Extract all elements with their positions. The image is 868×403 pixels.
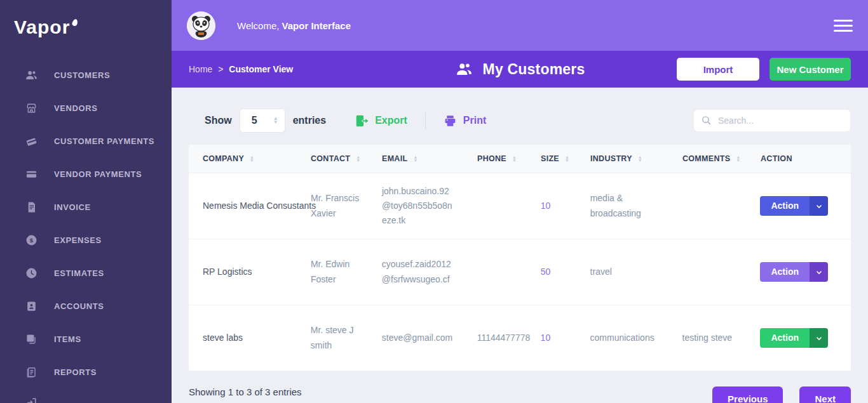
action-split-button[interactable]: Action bbox=[760, 328, 828, 348]
cell-email: steve@gmail.com bbox=[382, 331, 477, 345]
customer-payments-icon bbox=[25, 135, 37, 147]
vendor-payments-icon bbox=[25, 168, 37, 180]
topbar: Welcome, Vapor Interface bbox=[172, 0, 868, 51]
sort-icon: ▲▼ bbox=[250, 155, 254, 162]
action-button-label[interactable]: Action bbox=[760, 328, 810, 348]
action-button-label[interactable]: Action bbox=[760, 262, 810, 282]
sidebar-item-label: VENDORS bbox=[54, 103, 98, 113]
cell-action: Action bbox=[760, 196, 837, 216]
vendors-icon bbox=[25, 102, 37, 114]
previous-page-button[interactable]: Previous bbox=[712, 386, 783, 403]
column-header-contact[interactable]: CONTACT▲▼ bbox=[311, 154, 382, 163]
print-label: Print bbox=[463, 115, 486, 126]
column-header-email[interactable]: EMAIL▲▼ bbox=[382, 154, 477, 163]
print-button[interactable]: Print bbox=[444, 114, 486, 128]
entries-label: entries bbox=[293, 115, 326, 126]
export-icon bbox=[355, 114, 369, 128]
table-row: steve labs Mr. steve J smith steve@gmail… bbox=[189, 305, 851, 371]
hamburger-menu-icon[interactable] bbox=[834, 17, 853, 35]
cell-size-link[interactable]: 50 bbox=[541, 265, 590, 279]
search-icon bbox=[701, 115, 712, 126]
cell-industry: communications bbox=[590, 331, 682, 345]
print-icon bbox=[444, 114, 457, 128]
sidebar-item-accounts[interactable]: ACCOUNTS bbox=[0, 289, 172, 322]
table-header-row: COMPANY▲▼ CONTACT▲▼ EMAIL▲▼ PHONE▲▼ SIZE… bbox=[189, 144, 851, 173]
search-input[interactable] bbox=[693, 109, 851, 132]
sidebar-item-label: REPORTS bbox=[54, 367, 97, 377]
action-split-button[interactable]: Action bbox=[760, 196, 828, 216]
new-customer-button[interactable]: New Customer bbox=[770, 58, 851, 81]
user-avatar bbox=[187, 11, 215, 40]
customers-group-icon bbox=[455, 61, 474, 77]
export-label: Export bbox=[375, 115, 407, 126]
brand-logo: Vapor bbox=[0, 0, 172, 47]
column-header-company[interactable]: COMPANY▲▼ bbox=[203, 154, 311, 163]
cell-company: steve labs bbox=[203, 331, 311, 345]
sidebar-item-estimates[interactable]: ESTIMATES bbox=[0, 256, 172, 289]
sidebar-item-items[interactable]: ITEMS bbox=[0, 322, 172, 355]
sort-icon: ▲▼ bbox=[512, 155, 517, 162]
sidebar-item-vendor-payments[interactable]: VENDOR PAYMENTS bbox=[0, 157, 172, 190]
action-dropdown-toggle[interactable] bbox=[810, 262, 828, 282]
cell-size-link[interactable]: 10 bbox=[541, 331, 590, 345]
breadcrumb-separator: > bbox=[218, 64, 223, 74]
invoice-icon bbox=[25, 201, 37, 213]
sidebar-item-label: VENDOR PAYMENTS bbox=[54, 169, 142, 179]
action-dropdown-toggle[interactable] bbox=[810, 328, 828, 348]
next-page-button[interactable]: Next bbox=[799, 386, 851, 403]
sidebar-item-reports[interactable]: REPORTS bbox=[0, 355, 172, 388]
action-button-label[interactable]: Action bbox=[760, 196, 810, 216]
chevron-down-icon bbox=[815, 268, 823, 276]
stepper-arrows-icon[interactable]: ▲▼ bbox=[273, 117, 278, 125]
page-title: My Customers bbox=[483, 61, 585, 78]
action-dropdown-toggle[interactable] bbox=[810, 196, 828, 216]
breadcrumb-current: Customer View bbox=[229, 64, 293, 74]
expenses-icon: $ bbox=[25, 234, 37, 246]
cell-contact: Mr. Edwin Foster bbox=[311, 257, 382, 286]
sidebar-item-customer-payments[interactable]: CUSTOMER PAYMENTS bbox=[0, 124, 172, 157]
cell-action: Action bbox=[760, 262, 837, 282]
sidebar-item-label: CUSTOMERS bbox=[54, 70, 110, 80]
column-header-size[interactable]: SIZE▲▼ bbox=[541, 154, 590, 163]
cell-company: Nemesis Media Consustants bbox=[203, 199, 311, 213]
estimates-icon bbox=[25, 267, 37, 279]
logo-drop-icon bbox=[72, 18, 79, 27]
items-icon bbox=[25, 333, 37, 345]
sidebar-item-expenses[interactable]: $ EXPENSES bbox=[0, 223, 172, 256]
import-button[interactable]: Import bbox=[677, 58, 759, 81]
action-split-button[interactable]: Action bbox=[760, 262, 828, 282]
main-area: Welcome, Vapor Interface Home > Customer… bbox=[172, 0, 868, 403]
show-label: Show bbox=[205, 115, 232, 126]
sidebar: Vapor CUSTOMERS VENDORS CUSTOMER PAYMENT… bbox=[0, 0, 172, 403]
column-header-comments[interactable]: COMMENTS▲▼ bbox=[682, 154, 761, 163]
export-button[interactable]: Export bbox=[355, 114, 407, 128]
sort-icon: ▲▼ bbox=[736, 155, 740, 162]
table-row: RP Logistics Mr. Edwin Foster cyousef.za… bbox=[189, 239, 851, 305]
customers-table: COMPANY▲▼ CONTACT▲▼ EMAIL▲▼ PHONE▲▼ SIZE… bbox=[189, 144, 851, 371]
column-header-phone[interactable]: PHONE▲▼ bbox=[477, 154, 541, 163]
cell-email: john.buscaino.92@toy68n55b5o8neze.tk bbox=[382, 184, 477, 228]
column-header-action: ACTION bbox=[761, 154, 837, 163]
sidebar-item-vendors[interactable]: VENDORS bbox=[0, 91, 172, 124]
sidebar-item-label: ITEMS bbox=[54, 334, 81, 344]
customers-icon bbox=[25, 69, 37, 81]
table-toolbar: Show 5 ▲▼ entries Export Print bbox=[189, 109, 851, 144]
cell-industry: media & broadcasting bbox=[590, 191, 682, 220]
cell-industry: travel bbox=[590, 265, 682, 279]
cell-contact: Mr. Franscis Xavier bbox=[311, 191, 382, 220]
cell-action: Action bbox=[760, 328, 837, 348]
cell-size-link[interactable]: 10 bbox=[541, 199, 590, 213]
pagination: Previous Next bbox=[712, 386, 851, 403]
breadcrumb-home-link[interactable]: Home bbox=[189, 64, 212, 74]
toolbar-divider bbox=[425, 112, 426, 129]
sidebar-item-customers[interactable]: CUSTOMERS bbox=[0, 58, 172, 91]
column-header-industry[interactable]: INDUSTRY▲▼ bbox=[590, 154, 682, 163]
welcome-text: Welcome, Vapor Interface bbox=[237, 20, 351, 31]
sidebar-item-logout[interactable] bbox=[0, 388, 172, 403]
sidebar-item-invoice[interactable]: INVOICE bbox=[0, 190, 172, 223]
sidebar-item-label: ESTIMATES bbox=[54, 268, 104, 278]
entries-per-page-stepper[interactable]: 5 ▲▼ bbox=[240, 109, 285, 133]
breadcrumb: Home > Customer View bbox=[189, 64, 293, 74]
page-title-wrap: My Customers bbox=[455, 61, 585, 78]
chevron-down-icon bbox=[815, 202, 823, 210]
